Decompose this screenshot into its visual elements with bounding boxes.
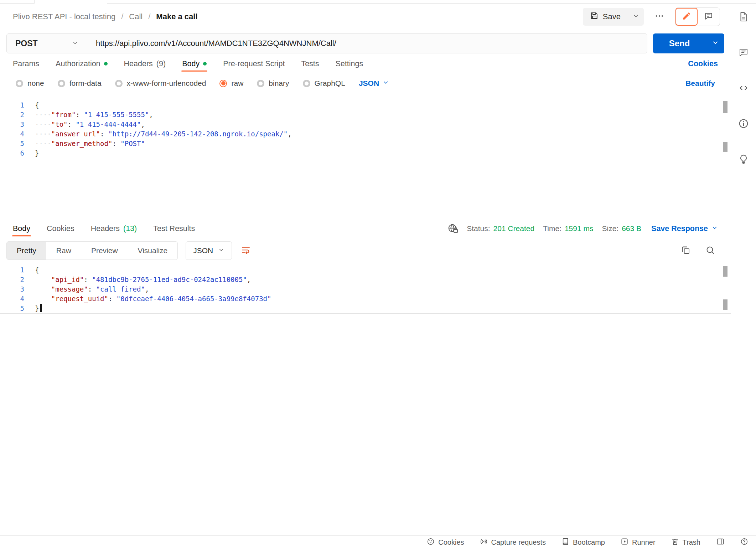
tab-params[interactable]: Params	[13, 53, 39, 74]
right-sidebar	[731, 4, 756, 535]
cookies-manager-button[interactable]: Cookies	[427, 538, 464, 547]
code-token	[35, 285, 51, 293]
line-number: 3	[0, 284, 35, 294]
line-number: 6	[0, 148, 35, 158]
code-token: "answer_method"	[51, 140, 113, 147]
response-language-selector[interactable]: JSON	[186, 241, 232, 260]
request-body-editor[interactable]: 1{2····"from": "1 415-555-5555",3····"to…	[0, 96, 731, 218]
capture-requests-button[interactable]: Capture requests	[480, 538, 546, 547]
size-value: 663 B	[622, 224, 641, 233]
response-tab-body[interactable]: Body	[13, 218, 30, 239]
two-pane-view-button[interactable]	[716, 537, 725, 548]
wrap-text-icon	[240, 245, 251, 257]
breadcrumb-collection[interactable]: Call	[129, 12, 143, 21]
response-tab-cookies[interactable]: Cookies	[47, 218, 74, 239]
tab-body[interactable]: Body	[182, 53, 207, 74]
documentation-button[interactable]	[736, 11, 751, 23]
body-type-form-data[interactable]: form-data	[58, 79, 102, 88]
scrollbar-mark[interactable]	[723, 299, 727, 310]
code-token: "1 415-444-4444"	[76, 120, 141, 128]
line-number: 5	[0, 304, 35, 313]
code-token: }	[35, 304, 39, 312]
comments-button[interactable]	[698, 8, 720, 26]
save-options-button[interactable]	[628, 13, 644, 21]
code-token: "1 415-555-5555"	[84, 111, 149, 119]
save-icon	[590, 11, 599, 22]
url-input[interactable]	[87, 34, 647, 53]
save-label: Save	[603, 12, 621, 21]
more-actions-button[interactable]	[652, 11, 667, 22]
line-number: 5	[0, 139, 35, 148]
line-number: 2	[0, 110, 35, 120]
scrollbar-mark[interactable]	[723, 142, 727, 152]
help-button[interactable]	[740, 538, 748, 547]
save-button[interactable]: Save	[583, 11, 628, 22]
body-type-graphql[interactable]: GraphQL	[303, 79, 345, 88]
request-info-button[interactable]	[736, 118, 751, 130]
code-line: 2 "api_id": "481dbc9b-2765-11ed-ad9c-024…	[0, 275, 731, 284]
active-tab-notch[interactable]	[34, 0, 107, 4]
tab-settings[interactable]: Settings	[336, 53, 363, 74]
scrollbar-mark[interactable]	[723, 266, 727, 277]
tab-label: Headers	[124, 59, 153, 68]
send-button[interactable]: Send	[653, 33, 724, 53]
body-type-options: none form-data x-www-form-urlencoded raw…	[0, 74, 731, 93]
code-token: "POST"	[120, 140, 145, 147]
tab-pre-request-script[interactable]: Pre-request Script	[223, 53, 285, 74]
method-selector[interactable]: POST	[7, 34, 87, 53]
tab-authorization[interactable]: Authorization	[56, 53, 108, 74]
code-token: "http://7d44-49-205-142-208.ngrok.io/spe…	[108, 130, 288, 138]
body-type-urlencoded[interactable]: x-www-form-urlencoded	[115, 79, 206, 88]
response-tabs: Body Cookies Headers (13) Test Results S…	[0, 218, 731, 239]
code-token	[35, 295, 51, 303]
code-token: :	[112, 140, 120, 147]
tab-label: Body	[182, 59, 200, 68]
cookies-link[interactable]: Cookies	[688, 59, 718, 68]
network-globe-icon[interactable]	[447, 223, 458, 234]
response-tab-headers[interactable]: Headers (13)	[91, 218, 137, 239]
pull-requests-button[interactable]	[736, 154, 751, 166]
view-tab-raw[interactable]: Raw	[46, 242, 81, 260]
save-response-button[interactable]: Save Response	[651, 224, 718, 233]
code-line: 3····"to": "1 415-444-4444",	[0, 120, 731, 129]
code-line: 1{	[0, 100, 731, 110]
send-options-button[interactable]	[706, 33, 724, 53]
search-icon	[705, 245, 715, 256]
beautify-link[interactable]: Beautify	[685, 79, 715, 88]
view-tab-pretty[interactable]: Pretty	[7, 242, 46, 260]
search-response-button[interactable]	[705, 245, 715, 256]
response-tab-test-results[interactable]: Test Results	[153, 218, 195, 239]
trash-button[interactable]: Trash	[671, 538, 700, 547]
code-token: }	[35, 149, 39, 157]
code-token: "message"	[51, 285, 88, 293]
edit-request-button[interactable]	[675, 8, 698, 26]
statusbar-label: Runner	[632, 538, 656, 547]
body-type-none[interactable]: none	[16, 79, 44, 88]
bootcamp-button[interactable]: Bootcamp	[561, 538, 605, 547]
body-type-raw[interactable]: raw	[219, 79, 243, 88]
status-label: Status:	[467, 224, 490, 233]
view-tab-preview[interactable]: Preview	[81, 242, 128, 260]
view-tab-visualize[interactable]: Visualize	[128, 242, 178, 260]
ellipsis-icon	[654, 11, 664, 22]
scrollbar-mark[interactable]	[723, 101, 727, 113]
breadcrumb-workspace[interactable]: Plivo REST API - local testing	[13, 12, 115, 21]
code-token: :	[68, 120, 76, 128]
tab-headers[interactable]: Headers (9)	[124, 53, 166, 74]
text-cursor	[40, 304, 42, 312]
response-pane: Body Cookies Headers (13) Test Results S…	[0, 218, 731, 535]
response-body-editor[interactable]: 1{2 "api_id": "481dbc9b-2765-11ed-ad9c-0…	[0, 262, 731, 535]
option-label: binary	[269, 79, 289, 88]
raw-language-selector[interactable]: JSON	[359, 79, 389, 88]
tab-tests[interactable]: Tests	[301, 53, 319, 74]
code-snippet-button[interactable]	[736, 83, 751, 95]
comments-panel-button[interactable]	[736, 47, 751, 59]
copy-response-button[interactable]	[681, 245, 690, 256]
status-meta: Status: 201 Created	[467, 224, 534, 233]
code-token: ····	[35, 130, 51, 138]
body-type-binary[interactable]: binary	[257, 79, 289, 88]
option-label: GraphQL	[315, 79, 345, 88]
wrap-lines-button[interactable]	[240, 245, 251, 257]
status-value: 201 Created	[493, 224, 535, 233]
runner-button[interactable]: Runner	[621, 538, 656, 547]
